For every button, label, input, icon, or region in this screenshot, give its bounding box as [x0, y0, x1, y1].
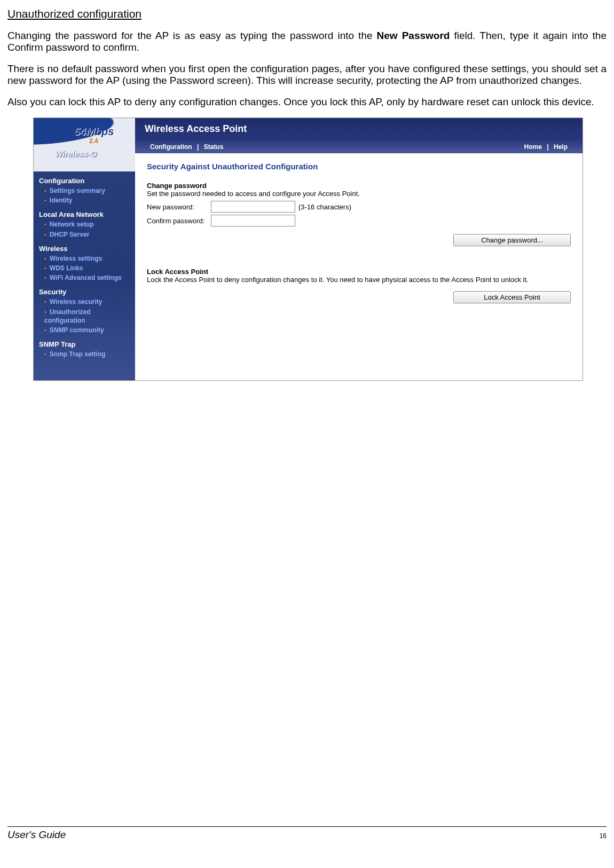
nav-group-wireless: Wireless — [34, 239, 135, 254]
nav-item-snmp-trap-setting[interactable]: •Snmp Trap setting — [34, 349, 135, 359]
nav-label: Settings summary — [50, 187, 105, 194]
paragraph-1: Changing the password for the AP is as e… — [7, 30, 607, 53]
nav-item-identity[interactable]: •Identity — [34, 196, 135, 205]
password-hint: (3-16 characters) — [298, 203, 351, 211]
para1-part-a: Changing the password for the AP is as e… — [7, 30, 377, 41]
nav-item-settings-summary[interactable]: •Settings summary — [34, 186, 135, 196]
nav-label: Unauthorized configuration — [44, 308, 91, 324]
nav-label: Wireless security — [50, 298, 103, 306]
nav-item-wifi-advanced[interactable]: •WiFi Advanced settings — [34, 273, 135, 283]
confirm-password-label: Confirm password: — [147, 217, 211, 225]
bullet-icon: • — [44, 255, 46, 262]
nav-group-configuration: Configuration — [34, 171, 135, 186]
banner-link-home[interactable]: Home — [524, 143, 542, 151]
nav-item-network-setup[interactable]: •Network setup — [34, 220, 135, 229]
change-password-heading: Change password — [147, 182, 571, 190]
bullet-icon: • — [44, 299, 46, 305]
logo-rate: 54Mbps — [74, 126, 114, 138]
banner-title: Wireless Access Point — [145, 118, 582, 135]
logo-brand: Wireless-G — [55, 149, 97, 158]
nav-item-snmp-community[interactable]: •SNMP community — [34, 325, 135, 335]
bullet-icon: • — [44, 351, 46, 357]
confirm-password-input[interactable] — [211, 215, 295, 226]
lock-access-point-button[interactable]: Lock Access Point — [453, 291, 571, 303]
nav-label: DHCP Server — [50, 231, 89, 238]
bullet-icon: • — [44, 265, 46, 271]
banner-tab-configuration[interactable]: Configuration — [150, 143, 192, 151]
nav-item-dhcp-server[interactable]: •DHCP Server — [34, 230, 135, 239]
nav-group-snmp-trap: SNMP Trap — [34, 335, 135, 349]
nav-label: Snmp Trap setting — [50, 350, 106, 358]
nav-label: WDS Links — [50, 264, 83, 272]
bullet-icon: • — [44, 197, 46, 204]
new-password-input[interactable] — [211, 201, 295, 213]
nav-item-wireless-security[interactable]: •Wireless security — [34, 297, 135, 307]
bullet-icon: • — [44, 187, 46, 194]
banner-tab-status[interactable]: Status — [204, 143, 224, 151]
new-password-label: New password: — [147, 203, 211, 211]
banner-link-help[interactable]: Help — [554, 143, 568, 151]
separator: | — [197, 143, 199, 151]
paragraph-3: Also you can lock this AP to deny any co… — [7, 96, 607, 108]
page-footer: User's Guide 16 — [7, 826, 607, 841]
bullet-icon: • — [44, 309, 46, 315]
top-banner: Wireless Access Point Configuration | St… — [135, 118, 582, 153]
sidebar: 54Mbps 2.4 Wireless-G Configuration •Set… — [34, 118, 135, 380]
nav-item-wds-links[interactable]: •WDS Links — [34, 263, 135, 273]
bullet-icon: • — [44, 221, 46, 228]
panel-title: Security Against Unauthorized Configurat… — [147, 162, 571, 171]
separator: | — [547, 143, 548, 151]
nav-item-unauthorized-config[interactable]: •Unauthorized configuration — [34, 307, 135, 325]
para1-bold: New Password — [377, 30, 450, 41]
lock-ap-heading: Lock Access Point — [147, 268, 571, 276]
bullet-icon: • — [44, 231, 46, 238]
lock-ap-desc: Lock the Access Point to deny configurat… — [147, 276, 571, 284]
nav-label: Identity — [50, 197, 73, 204]
nav-item-wireless-settings[interactable]: •Wireless settings — [34, 254, 135, 263]
bullet-icon: • — [44, 327, 46, 333]
footer-page-number: 16 — [600, 832, 607, 841]
logo-band: 2.4 — [89, 137, 98, 145]
nav-label: Network setup — [50, 221, 94, 228]
nav-label: WiFi Advanced settings — [50, 274, 122, 281]
nav-label: SNMP community — [50, 326, 104, 334]
config-screenshot: 54Mbps 2.4 Wireless-G Configuration •Set… — [33, 118, 583, 381]
nav-group-lan: Local Area Network — [34, 205, 135, 220]
nav-group-security: Security — [34, 283, 135, 297]
section-heading: Unauthorized configuration — [7, 7, 607, 20]
nav-label: Wireless settings — [50, 255, 103, 262]
paragraph-2: There is no default password when you fi… — [7, 63, 607, 87]
change-password-desc: Set the password needed to access and co… — [147, 190, 571, 198]
bullet-icon: • — [44, 275, 46, 281]
change-password-button[interactable]: Change password... — [453, 234, 571, 246]
product-logo: 54Mbps 2.4 Wireless-G — [34, 118, 135, 171]
footer-guide-label: User's Guide — [7, 829, 66, 841]
